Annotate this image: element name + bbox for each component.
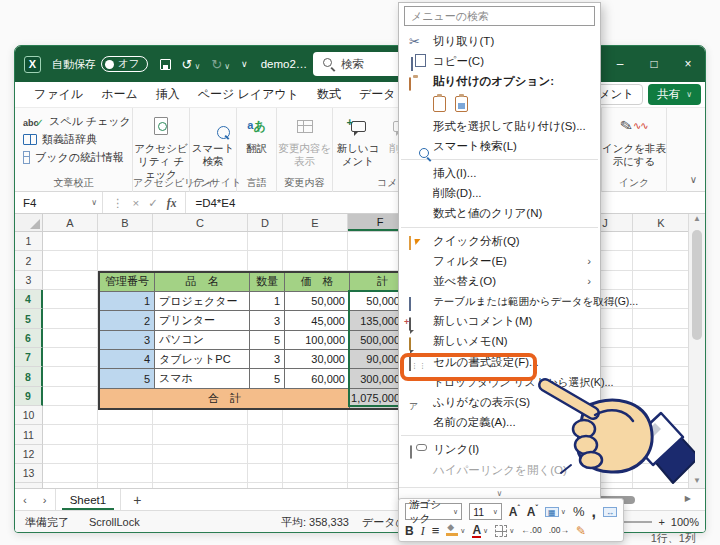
zoom-in-icon[interactable]: + [658,516,664,528]
cell-D12[interactable] [248,445,283,464]
cell-K4[interactable] [633,290,690,309]
font-name-select[interactable]: 游ゴシック∨ [405,503,462,520]
cell-A2[interactable] [43,251,98,270]
zoom-level[interactable]: 100% [671,516,699,528]
cell-e7[interactable]: 30,000 [285,350,350,369]
cell-B2[interactable] [98,251,153,270]
name-box-caret-icon[interactable]: ∨ [91,198,97,207]
cell-d5[interactable]: 3 [250,311,285,330]
name-box[interactable]: F4 ∨ [15,192,103,213]
hide-ink-button[interactable]: ✎∿∿ インクを非表示にする [602,113,666,168]
row-header-10[interactable]: 10 [15,406,43,425]
column-header-B[interactable]: B [98,214,153,231]
cell-C12[interactable] [153,445,248,464]
header-cell[interactable]: 品 名 [155,273,250,292]
menu-item-new-note[interactable]: 新しいメモ(N) [399,331,600,351]
menu-item-smart-lookup[interactable]: スマート検索(L) [399,136,600,156]
font-color-button[interactable]: A∨ [472,524,488,538]
cell-K1[interactable] [633,232,690,251]
spell-check-button[interactable]: abc✓ スペル チェック [23,114,124,129]
cell-K2[interactable] [633,251,690,270]
autosave-toggle[interactable]: 自動保存 オフ [52,56,148,72]
percent-style-button[interactable]: % [573,505,585,518]
select-all-corner[interactable] [15,214,43,231]
cell-C13[interactable] [153,464,248,483]
smart-lookup-button[interactable]: スマート検索 [190,113,236,168]
row-header-6[interactable]: 6 [15,329,43,348]
cell-c7[interactable]: タブレットPC [155,350,250,369]
cell-E13[interactable] [283,464,348,483]
cell-A4[interactable] [43,290,98,309]
menu-search-input[interactable] [404,6,595,26]
column-header-K[interactable]: K [633,214,690,231]
cell-K3[interactable] [633,271,690,290]
row-header-3[interactable]: 3 [15,271,43,290]
cell-A10[interactable] [43,406,98,425]
row-header-1[interactable]: 1 [15,232,43,251]
menu-item-paste-special[interactable]: 形式を選択して貼り付け(S)... [399,116,600,136]
cell-b7[interactable]: 4 [100,350,155,369]
undo-button[interactable]: ↺∨ [182,58,201,71]
format-table-button[interactable]: ▦∨ [545,507,566,517]
quick-access-chevron-icon[interactable]: ∨ [241,60,248,69]
sheet-nav-fwd-icon[interactable]: › [35,494,55,506]
new-comment-button[interactable]: + 新しいコメント [335,113,381,168]
sheet-tab-sheet1[interactable]: Sheet1 [55,489,121,510]
cell-D2[interactable] [248,251,283,270]
cell-d6[interactable]: 5 [250,331,285,350]
decrease-decimal-button[interactable]: .00→ [549,526,569,535]
cell-d7[interactable]: 3 [250,350,285,369]
scroll-up-icon[interactable]: ▲ [693,214,701,223]
column-header-C[interactable]: C [153,214,248,231]
cell-A8[interactable] [43,367,98,386]
cell-K5[interactable] [633,309,690,328]
header-cell[interactable]: 数量 [250,273,285,292]
document-title[interactable]: demo2… ∨ [261,58,320,70]
row-header-4[interactable]: 4 [15,290,43,309]
menu-item-quick-analysis[interactable]: クイック分析(Q) [399,231,600,251]
accessibility-check-button[interactable]: アクセシビリティ チェック [133,113,189,181]
add-sheet-button[interactable]: + [121,492,153,508]
cell-b6[interactable]: 3 [100,331,155,350]
cell-E2[interactable] [283,251,348,270]
cell-A13[interactable] [43,464,98,483]
cell-e6[interactable]: 100,000 [285,331,350,350]
collapse-ribbon-icon[interactable]: ∨ [690,174,697,185]
fill-color-button[interactable]: ∨ [446,526,465,536]
menu-item-insert[interactable]: 挿入(I)... [399,163,600,183]
cell-D13[interactable] [248,464,283,483]
decrease-font-button[interactable]: Aˇ [527,506,538,518]
cell-c6[interactable]: パソコン [155,331,250,350]
menu-item-clear-contents[interactable]: 数式と値のクリア(N) [399,203,600,223]
cell-D11[interactable] [248,425,283,444]
row-header-8[interactable]: 8 [15,367,43,386]
cell-c5[interactable]: プリンター [155,311,250,330]
menu-item-sort[interactable]: 並べ替え(O)› [399,271,600,291]
row-header-2[interactable]: 2 [15,251,43,270]
cell-b8[interactable]: 5 [100,369,155,388]
undo-caret-icon[interactable]: ∨ [194,62,200,71]
tab-home[interactable]: ホーム [92,82,147,107]
translate-button[interactable]: a あ 翻訳 [237,113,276,155]
row-header-5[interactable]: 5 [15,309,43,328]
tab-data[interactable]: データ [350,82,405,107]
row-header-11[interactable]: 11 [15,425,43,444]
vscroll-thumb[interactable] [692,230,702,340]
cell-B13[interactable] [98,464,153,483]
borders-button[interactable]: ∨ [495,525,514,537]
workbook-stats-button[interactable]: ブックの統計情報 [23,150,124,165]
cell-b5[interactable]: 2 [100,311,155,330]
row-header-13[interactable]: 13 [15,464,43,483]
cell-A11[interactable] [43,425,98,444]
header-cell[interactable]: 管理番号 [100,273,155,292]
column-header-E[interactable]: E [283,214,348,231]
insert-function-icon[interactable]: fx [167,197,177,209]
confirm-entry-icon[interactable]: ✓ [148,196,158,210]
cell-e8[interactable]: 60,000 [285,369,350,388]
tab-insert[interactable]: 挿入 [147,82,189,107]
total-label-cell[interactable]: 合 計 [100,389,350,408]
menu-item-delete[interactable]: 削除(D)... [399,183,600,203]
row-header-7[interactable]: 7 [15,348,43,367]
thesaurus-button[interactable]: 類義語辞典 [23,132,124,147]
cell-A12[interactable] [43,445,98,464]
